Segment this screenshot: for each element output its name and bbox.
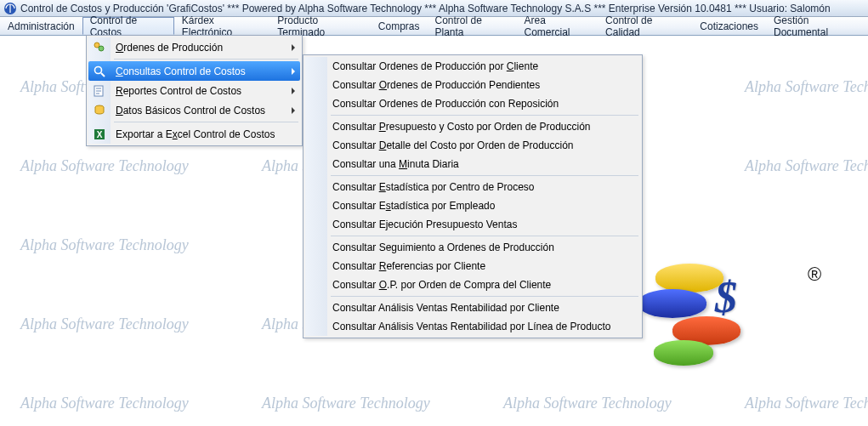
dropdown-control-de-costos: Ordenes de ProducciónConsultas Control d… (86, 35, 303, 146)
submenu-item[interactable]: Consultar Estadística por Empleado (305, 196, 640, 215)
submenu-item-label: Consultar Estadística por Centro de Proc… (332, 181, 534, 193)
dropdown-item[interactable]: Ordenes de Producción (88, 37, 300, 57)
excel-icon: X (93, 128, 106, 141)
dropdown-item[interactable]: XExportar a Excel Control de Costos (88, 124, 300, 144)
menu-item[interactable]: Compras (371, 17, 428, 35)
dropdown-item-label: Exportar a Excel Control de Costos (116, 128, 275, 140)
submenu-item[interactable]: Consultar O.P. por Orden de Compra del C… (305, 275, 640, 294)
submenu-item[interactable]: Consultar Referencias por Cliente (305, 257, 640, 275)
svg-point-3 (95, 66, 102, 73)
submenu-item-label: Consultar Ejecución Presupuesto Ventas (332, 219, 517, 230)
svg-line-4 (101, 73, 105, 77)
menu-separator (331, 296, 638, 297)
menu-separator (114, 59, 298, 60)
menu-separator (331, 175, 638, 176)
dropdown-item-label: Reportes Control de Costos (116, 85, 241, 97)
watermark-text: Alpha Software Technology (503, 395, 672, 412)
submenu-item-label: Consultar Seguimiento a Ordenes de Produ… (332, 241, 554, 253)
submenu-item[interactable]: Consultar Análisis Ventas Rentabilidad p… (305, 317, 640, 336)
submenu-arrow-icon (292, 88, 295, 94)
menu-item[interactable]: Control de Calidad (598, 17, 692, 35)
brand-logo: $ (630, 255, 783, 383)
dropdown-item[interactable]: Datos Básicos Control de Costos (88, 100, 300, 120)
submenu-item[interactable]: Consultar una Minuta Diaria (305, 155, 640, 173)
watermark-text: Alpha Software Technology (262, 395, 430, 412)
watermark-text: Alpha Software Technology (20, 395, 189, 412)
menu-item[interactable]: Kárdex Electrónico (174, 17, 269, 35)
menu-item[interactable]: Control de Costos (82, 17, 174, 35)
submenu-arrow-icon (292, 44, 295, 51)
report-icon (93, 84, 106, 98)
dropdown-item-label: Consultas Control de Costos (116, 65, 246, 77)
watermark-text: Alpha Software Technology (20, 236, 189, 254)
submenu-item[interactable]: Consultar Ordenes de Producción Pendient… (305, 76, 640, 94)
submenu-item-label: Consultar Ordenes de Producción con Repo… (332, 98, 559, 110)
submenu-item[interactable]: Consultar Ejecución Presupuesto Ventas (305, 215, 640, 234)
submenu-item[interactable]: Consultar Análisis Ventas Rentabilidad p… (305, 298, 640, 317)
database-icon (93, 104, 106, 117)
menu-item[interactable]: Control de Planta (428, 17, 517, 35)
dropdown-item[interactable]: Consultas Control de Costos (88, 61, 300, 81)
submenu-item-label: Consultar Análisis Ventas Rentabilidad p… (332, 302, 559, 314)
submenu-item-label: Consultar Estadística por Empleado (332, 200, 495, 212)
submenu-item-label: Consultar Ordenes de Producción Pendient… (332, 79, 540, 91)
menu-item[interactable]: Cotizaciones (692, 17, 766, 35)
submenu-item[interactable]: Consultar Seguimiento a Ordenes de Produ… (305, 238, 640, 257)
dropdown-item-label: Datos Básicos Control de Costos (116, 105, 265, 116)
menu-separator (114, 122, 298, 122)
menu-item[interactable]: Administración (0, 17, 82, 35)
submenu-item-label: Consultar O.P. por Orden de Compra del C… (332, 279, 551, 291)
menu-bar: AdministraciónControl de CostosKárdex El… (0, 17, 868, 36)
menu-item[interactable]: Producto Terminado (269, 17, 371, 35)
submenu-item-label: Consultar Ordenes de Producción por Clie… (332, 60, 538, 72)
menu-separator (331, 236, 638, 236)
submenu-arrow-icon (292, 107, 295, 114)
menu-item[interactable]: Area Comercial (516, 17, 598, 35)
watermark-text: Alpha Software Technology (20, 157, 189, 175)
submenu-item-label: Consultar una Minuta Diaria (332, 158, 459, 170)
app-icon (3, 2, 17, 15)
svg-point-2 (99, 46, 104, 51)
menu-separator (331, 115, 638, 116)
window-title: Control de Costos y Producción 'GrafiCos… (20, 3, 831, 14)
submenu-item[interactable]: Consultar Ordenes de Producción por Clie… (305, 57, 640, 76)
watermark-text: Alpha Software Technology (745, 78, 868, 96)
watermark-text: Alpha Software Technology (20, 315, 189, 333)
dropdown-item-label: Ordenes de Producción (116, 42, 223, 54)
dropdown-item[interactable]: Reportes Control de Costos (88, 81, 300, 100)
submenu-item[interactable]: Consultar Detalle del Costo por Orden de… (305, 136, 640, 155)
submenu-item-label: Consultar Detalle del Costo por Orden de… (332, 139, 574, 151)
submenu-arrow-icon (292, 68, 295, 75)
submenu-item-label: Consultar Análisis Ventas Rentabilidad p… (332, 321, 611, 332)
submenu-item[interactable]: Consultar Estadística por Centro de Proc… (305, 178, 640, 196)
submenu-item-label: Consultar Presupuesto y Costo por Orden … (332, 121, 591, 133)
submenu-consultas-control-de-costos: Consultar Ordenes de Producción por Clie… (303, 54, 643, 338)
submenu-item[interactable]: Consultar Ordenes de Producción con Repo… (305, 94, 640, 113)
registered-mark: ® (808, 264, 821, 286)
search-icon (93, 65, 106, 78)
submenu-item[interactable]: Consultar Presupuesto y Costo por Orden … (305, 117, 640, 136)
watermark-text: Alpha Software Technology (745, 157, 868, 175)
orders-icon (93, 41, 106, 54)
svg-text:X: X (97, 130, 103, 139)
submenu-item-label: Consultar Referencias por Cliente (332, 260, 485, 272)
menu-item[interactable]: Gestión Documental (766, 17, 868, 35)
watermark-text: Alpha Software Technology (745, 395, 868, 412)
